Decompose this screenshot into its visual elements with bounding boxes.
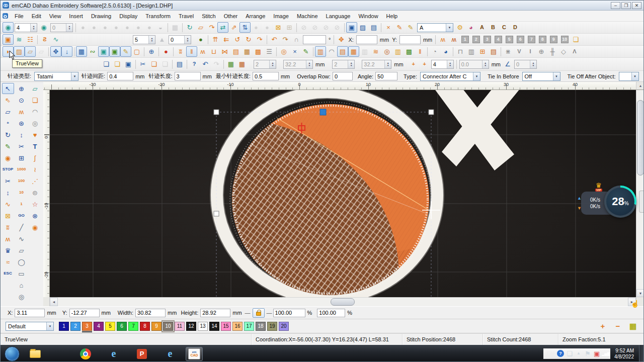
grid-y-size[interactable]: 32.2▲▼ — [362, 60, 391, 69]
color-swatch-4[interactable]: 4 — [94, 322, 104, 331]
stitch-select-tool-button[interactable]: ⇖ — [2, 95, 14, 106]
spin-arrows[interactable]: ▲▼ — [348, 60, 354, 68]
flip-up-button[interactable]: ⇈ — [210, 34, 221, 45]
region-select-button[interactable]: ▢ — [131, 46, 142, 57]
arc-ccw-button[interactable]: ↶ — [269, 34, 280, 45]
new-file-button[interactable]: ❏ — [101, 59, 112, 69]
star-circle-tool-button[interactable]: ☆ — [29, 199, 41, 210]
undo-button[interactable]: ↶ — [200, 59, 211, 69]
spin-arrows[interactable]: ▲▼ — [30, 24, 37, 32]
min-stitch-length-input[interactable] — [253, 72, 279, 80]
action-center-flag-button[interactable]: ⚑ — [583, 348, 592, 358]
taskbar-office-app[interactable]: P — [133, 347, 150, 361]
special-x-button[interactable]: ⋇ — [503, 46, 514, 57]
menu-image[interactable]: Image — [269, 12, 293, 21]
preset-4-button[interactable]: 4 — [493, 34, 504, 45]
menu-drawing[interactable]: Drawing — [87, 12, 115, 21]
color-swatch-8[interactable]: 8 — [140, 322, 150, 331]
color-swatch-11[interactable]: 11 — [175, 322, 185, 331]
pen-a-button[interactable]: ✎ — [394, 22, 405, 33]
letter-b-button[interactable]: B — [488, 22, 499, 33]
connector-type-select[interactable]: Connector After C▼ — [420, 72, 480, 81]
zoom-button[interactable]: ⊕ — [146, 46, 157, 57]
skew-button[interactable]: ▱ — [195, 22, 206, 33]
spin-arrows[interactable]: ▲▼ — [530, 60, 536, 68]
show-hidden-icons-button[interactable]: ▲ — [574, 348, 583, 358]
pentagon-tool-button[interactable]: ⌂ — [16, 280, 28, 291]
machine-zigzag-button[interactable]: ʍ — [16, 106, 28, 117]
text-tool-button[interactable]: T — [29, 141, 41, 152]
spin-arrows[interactable]: ▲▼ — [148, 36, 155, 44]
grid-a-button[interactable]: ▦ — [225, 59, 236, 69]
y-input[interactable] — [69, 309, 100, 317]
fill-b-button[interactable]: ▦ — [348, 46, 359, 57]
move-to-button[interactable]: ✥ — [336, 34, 347, 45]
offset-ring-button[interactable]: ◎ — [278, 46, 289, 57]
spin-arrows[interactable]: ▲▼ — [306, 60, 312, 68]
handle-mid-left[interactable] — [214, 211, 219, 216]
machine-needle-button[interactable]: ↕ — [16, 129, 28, 140]
point-marker-button[interactable]: ● — [160, 46, 172, 57]
color-swatch-19[interactable]: 19 — [267, 322, 277, 331]
needle-width-tool-button[interactable]: ∿ — [2, 199, 14, 210]
menu-view[interactable]: View — [45, 12, 65, 21]
spin-arrows[interactable]: ▲▼ — [482, 60, 489, 68]
satin-column-button[interactable]: ▥ — [315, 46, 326, 57]
stop-code-button[interactable]: STOP — [2, 164, 14, 175]
handle-top-right[interactable] — [429, 110, 434, 115]
color-swatch-15[interactable]: 15 — [221, 322, 231, 331]
color-swatch-14[interactable]: 14 — [209, 322, 219, 331]
line-fill-button[interactable]: ☰ — [264, 46, 275, 57]
column-stitch-button[interactable]: ‖ — [186, 46, 197, 57]
color-swatch-10[interactable]: 10 — [163, 322, 173, 331]
guide-cross-button[interactable]: × — [289, 46, 300, 57]
machine-origin-button[interactable]: ⊕ — [16, 83, 28, 94]
menu-file[interactable]: File — [11, 12, 28, 21]
grid-x-count[interactable]: 2▲▼ — [254, 60, 276, 69]
tune-image-button[interactable]: ▣ — [109, 46, 120, 57]
offset-value[interactable]: 0.0▲▼ — [459, 60, 489, 69]
angle-degrees[interactable]: 0▲▼ — [514, 60, 537, 69]
curve-edit-button[interactable]: ∿ — [50, 34, 61, 45]
jump-100-button[interactable]: 100 — [16, 175, 28, 187]
aspect-lock-button[interactable] — [253, 308, 265, 318]
spiral-circle-tool-button[interactable]: ◉ — [29, 222, 41, 233]
handle-top-center-active[interactable] — [320, 109, 326, 115]
mirror-horizontal-button[interactable]: ⇄ — [217, 22, 228, 33]
design-canvas[interactable] — [50, 90, 636, 297]
curve-tool-button[interactable]: ∿ — [16, 233, 28, 244]
mirror-vertical-button[interactable]: ⇅ — [239, 22, 251, 33]
antivirus-button[interactable]: ▣ — [592, 348, 601, 358]
scale-x-input[interactable] — [273, 309, 305, 317]
border-b-button[interactable]: ▥ — [466, 46, 477, 57]
show-image-button[interactable]: ▣ — [98, 46, 109, 57]
menu-transform[interactable]: Transform — [141, 12, 175, 21]
edit-palette-button[interactable]: ▦ — [627, 321, 638, 331]
arc-cw-button[interactable]: ↷ — [280, 34, 291, 45]
menu-language[interactable]: Language — [322, 12, 355, 21]
color-swatch-2[interactable]: 2 — [70, 322, 80, 331]
save-file-button[interactable]: ▣ — [123, 59, 134, 69]
bar-fill-button[interactable]: ‖ — [415, 46, 426, 57]
scale-y-input[interactable] — [317, 309, 345, 317]
rotate-left-90-button[interactable]: ↺ — [232, 34, 243, 45]
taskbar-emcad[interactable]: emCAD — [186, 347, 203, 361]
tie-in-select[interactable]: Off▼ — [522, 72, 560, 81]
zigzag-b-button[interactable]: ʍ — [448, 34, 459, 45]
preset-9-button[interactable]: 9 — [548, 34, 559, 45]
color-swatch-18[interactable]: 18 — [256, 322, 266, 331]
sequin-b-count[interactable]: 0▲▼ — [50, 23, 73, 32]
leaf-shapes-button[interactable]: ∾ — [87, 46, 98, 57]
preset-8-button[interactable]: 8 — [537, 34, 548, 45]
pattern-wave-button[interactable]: ≋ — [14, 34, 25, 45]
rotate-right-90-button[interactable]: ↻ — [243, 34, 254, 45]
add-point-b-button[interactable]: + — [419, 59, 430, 69]
palette-select[interactable]: Default▼ — [6, 322, 54, 331]
border-a-button[interactable]: ⊓ — [455, 46, 466, 57]
add-point-a-button[interactable]: + — [408, 59, 419, 69]
machine-offset-button[interactable]: ⊙ — [16, 95, 28, 106]
border-d-button[interactable]: ▤ — [488, 46, 499, 57]
sequin-a-button[interactable]: ◉ — [3, 22, 14, 33]
menu-display[interactable]: Display — [115, 12, 141, 21]
taskbar-explorer[interactable] — [27, 347, 44, 361]
